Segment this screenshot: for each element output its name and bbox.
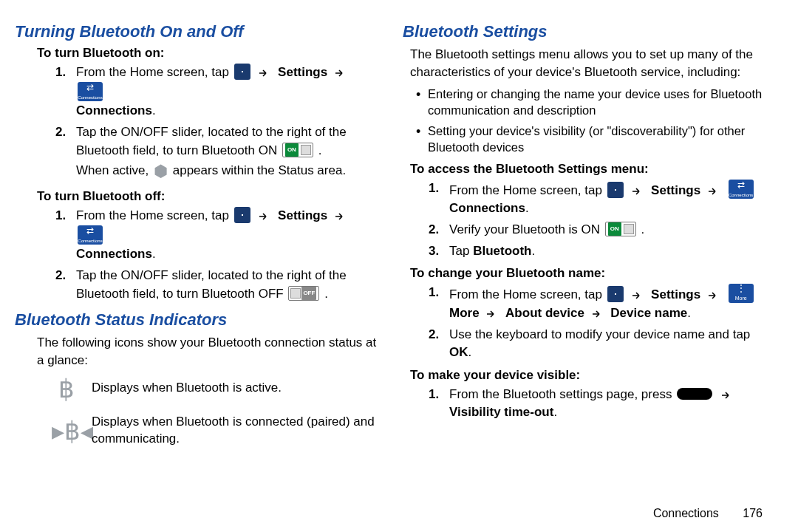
text: Tap xyxy=(449,244,473,258)
label-more: More xyxy=(449,306,480,320)
step-change-1: From the Home screen, tap Settings More … xyxy=(429,284,768,322)
arrow-icon xyxy=(335,69,346,78)
period: . xyxy=(687,306,691,320)
apps-icon xyxy=(234,64,250,80)
steps-turn-on: From the Home screen, tap Settings Conne… xyxy=(55,64,381,183)
label-connections: Connections xyxy=(76,247,152,261)
period: . xyxy=(553,405,557,419)
apps-icon xyxy=(234,207,250,223)
label-about-device: About device xyxy=(505,306,584,320)
label-bluetooth: Bluetooth xyxy=(473,244,531,258)
heading-bluetooth-settings: Bluetooth Settings xyxy=(403,22,768,41)
text: From the Bluetooth settings page, press xyxy=(449,387,675,401)
indicator-intro: The following icons show your Bluetooth … xyxy=(37,334,381,369)
subhead-change-name: To change your Bluetooth name: xyxy=(410,266,768,281)
arrow-icon xyxy=(709,187,719,196)
period: . xyxy=(324,287,328,301)
menu-button-icon xyxy=(677,388,712,400)
arrow-icon xyxy=(259,69,270,78)
text: Verify your Bluetooth is ON xyxy=(449,222,604,236)
text: appears within the Status area. xyxy=(173,163,346,177)
bluetooth-active-icon: ฿ xyxy=(52,374,81,403)
heading-status-indicators: Bluetooth Status Indicators xyxy=(15,310,381,330)
text: Use the keyboard to modify your device n… xyxy=(449,327,750,341)
arrow-icon xyxy=(487,310,497,318)
step-change-2: Use the keyboard to modify your device n… xyxy=(429,326,768,362)
text: From the Home screen, tap xyxy=(76,65,233,79)
right-column: Bluetooth Settings The Bluetooth setting… xyxy=(403,22,768,458)
text: When active, xyxy=(76,163,152,177)
connections-icon xyxy=(78,82,103,101)
off-toggle-icon xyxy=(288,286,319,301)
arrow-icon xyxy=(632,187,643,196)
period: . xyxy=(152,103,156,117)
label-settings: Settings xyxy=(651,287,700,301)
step-access-3: Tap Bluetooth. xyxy=(429,242,768,261)
connections-icon xyxy=(729,180,754,199)
arrow-icon xyxy=(722,391,732,400)
page-footer: Connections 176 xyxy=(653,507,763,520)
label-device-name: Device name xyxy=(610,306,687,320)
step-off-2: Tap the ON/OFF slider, located to the ri… xyxy=(55,267,381,303)
label-settings: Settings xyxy=(278,208,327,222)
step-on-1: From the Home screen, tap Settings Conne… xyxy=(55,64,381,120)
subhead-turn-on: To turn Bluetooth on: xyxy=(37,46,381,61)
step-on-2: Tap the ON/OFF slider, located to the ri… xyxy=(55,123,381,183)
connections-icon xyxy=(78,225,103,245)
indicator-row-active: ฿ Displays when Bluetooth is active. xyxy=(52,374,381,403)
step-access-2: Verify your Bluetooth is ON . xyxy=(429,221,768,239)
steps-visible: From the Bluetooth settings page, press … xyxy=(429,386,768,422)
on-toggle-icon xyxy=(605,222,636,236)
indicator-row-paired: ▸฿◂ Displays when Bluetooth is connected… xyxy=(52,414,381,448)
label-ok: OK xyxy=(449,345,468,359)
arrow-icon xyxy=(335,212,346,221)
footer-section: Connections xyxy=(653,507,719,519)
apps-icon xyxy=(607,286,624,302)
bullet-name: Entering or changing the name your devic… xyxy=(416,86,768,119)
on-toggle-icon xyxy=(282,143,313,157)
apps-icon xyxy=(607,182,624,198)
arrow-icon xyxy=(709,291,719,300)
subhead-make-visible: To make your device visible: xyxy=(410,368,768,383)
arrow-icon xyxy=(632,291,643,300)
text: From the Home screen, tap xyxy=(449,183,606,197)
period: . xyxy=(152,247,156,261)
text: From the Home screen, tap xyxy=(449,287,606,301)
arrow-icon xyxy=(593,310,603,318)
steps-access: From the Home screen, tap Settings Conne… xyxy=(429,180,768,261)
step-off-1: From the Home screen, tap Settings Conne… xyxy=(55,207,381,264)
subhead-turn-off: To turn Bluetooth off: xyxy=(37,189,381,204)
label-settings: Settings xyxy=(278,65,327,79)
period: . xyxy=(641,222,645,236)
step-visible-1: From the Bluetooth settings page, press … xyxy=(429,386,768,422)
period: . xyxy=(318,143,322,157)
subhead-access-menu: To access the Bluetooth Settings menu: xyxy=(410,162,768,177)
text: From the Home screen, tap xyxy=(76,208,233,222)
settings-intro: The Bluetooth settings menu allows you t… xyxy=(410,46,768,81)
label-connections: Connections xyxy=(449,201,525,215)
bullet-visibility: Setting your device's visibility (or "di… xyxy=(416,123,768,156)
footer-page-number: 176 xyxy=(743,507,763,519)
label-visibility-timeout: Visibility time-out xyxy=(449,405,553,419)
period: . xyxy=(525,201,529,215)
bluetooth-paired-icon: ▸฿◂ xyxy=(52,416,81,446)
arrow-icon xyxy=(259,212,270,221)
heading-turning-bluetooth: Turning Bluetooth On and Off xyxy=(15,22,381,41)
indicator-desc: Displays when Bluetooth is active. xyxy=(92,380,381,397)
step-access-1: From the Home screen, tap Settings Conne… xyxy=(429,180,768,218)
period: . xyxy=(531,244,535,258)
label-settings: Settings xyxy=(651,183,700,197)
settings-bullets: Entering or changing the name your devic… xyxy=(416,86,768,156)
steps-turn-off: From the Home screen, tap Settings Conne… xyxy=(55,207,381,303)
label-connections: Connections xyxy=(76,103,152,117)
period: . xyxy=(468,345,472,359)
steps-change-name: From the Home screen, tap Settings More … xyxy=(429,284,768,362)
left-column: Turning Bluetooth On and Off To turn Blu… xyxy=(15,22,381,458)
bluetooth-status-icon: ⬢ xyxy=(154,162,168,180)
indicator-desc: Displays when Bluetooth is connected (pa… xyxy=(92,414,381,448)
more-icon xyxy=(729,284,754,303)
